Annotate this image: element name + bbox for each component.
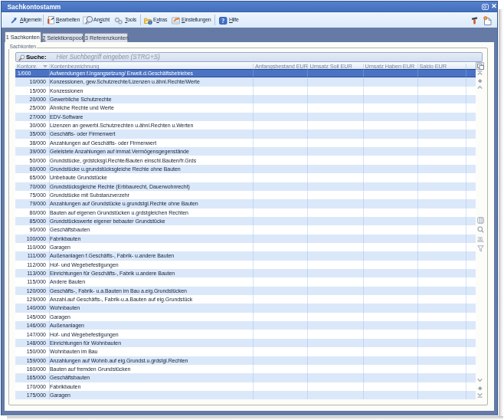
svg-text:?: ? (221, 17, 224, 24)
svg-text:i: i (150, 21, 151, 25)
svg-text:36: 36 (477, 236, 483, 241)
